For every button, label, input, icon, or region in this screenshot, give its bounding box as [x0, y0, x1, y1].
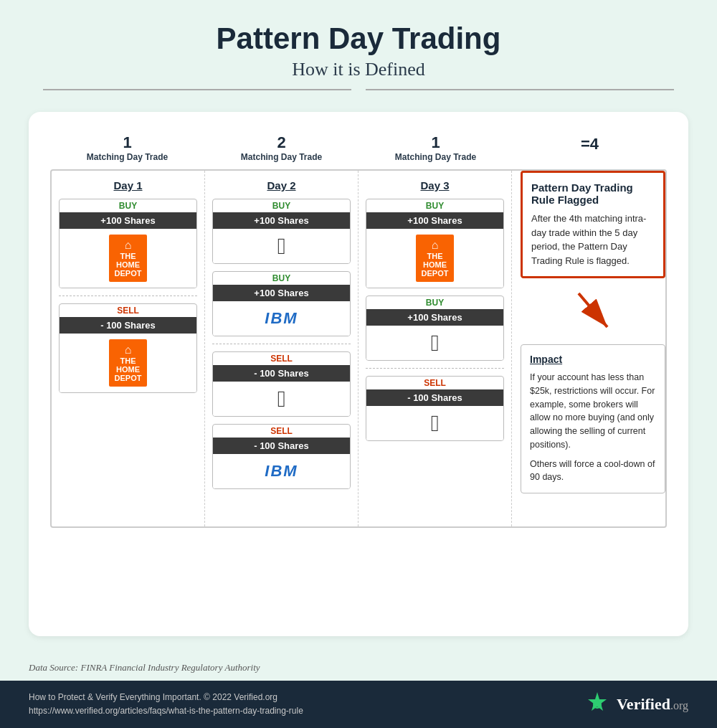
col4-header: =4 — [513, 133, 667, 162]
flagged-title: Pattern Day Trading Rule Flagged — [531, 181, 655, 206]
day2-buy-apple: BUY +100 Shares  — [212, 199, 351, 264]
day1-sell-homedepot: SELL - 100 Shares THEHOMEDEPOT — [59, 303, 197, 393]
ibm-logo-2: IBM — [265, 462, 298, 481]
columns-header: 1 Matching Day Trade 2 Matching Day Trad… — [50, 133, 667, 162]
day2-sell-ibm: SELL - 100 Shares IBM — [212, 424, 351, 489]
homedepot-logo-3: THEHOMEDEPOT — [416, 235, 455, 282]
impact-title: Impact — [530, 354, 656, 365]
day2-column: Day 2 BUY +100 Shares  BUY +100 Shares … — [205, 171, 358, 526]
day1-buy-homedepot: BUY +100 Shares THEHOMEDEPOT — [59, 199, 197, 288]
svg-text:✦: ✦ — [593, 699, 602, 710]
svg-line-1 — [579, 293, 607, 327]
footer-logo: ✦ Verified .org — [584, 691, 688, 718]
footer-text: How to Protect & Verify Everything Impor… — [29, 691, 303, 718]
ibm-logo: IBM — [265, 309, 298, 328]
impact-body2: Others will force a cool-down of 90 days… — [530, 458, 656, 485]
col2-header: 2 Matching Day Trade — [204, 133, 358, 162]
flagged-body: After the 4th matching intra-day trade w… — [531, 212, 655, 268]
homedepot-logo-2: THEHOMEDEPOT — [109, 339, 148, 387]
main-card: 1 Matching Day Trade 2 Matching Day Trad… — [29, 112, 688, 636]
sub-title: How it is Defined — [14, 59, 703, 80]
apple-logo-3:  — [431, 331, 440, 354]
col3-header: 1 Matching Day Trade — [358, 133, 513, 162]
apple-logo:  — [277, 235, 286, 257]
homedepot-logo: THEHOMEDEPOT — [109, 235, 148, 282]
source-citation: Data Source: FINRA Financial Industry Re… — [29, 662, 688, 673]
info-column: Pattern Day Trading Rule Flagged After t… — [512, 171, 665, 526]
red-arrow-icon — [571, 290, 614, 333]
day3-column: Day 3 BUY +100 Shares THEHOMEDEPOT BUY +… — [358, 171, 512, 526]
verified-logo-icon: ✦ — [584, 691, 611, 718]
apple-logo-2:  — [277, 387, 286, 410]
day3-buy-homedepot: BUY +100 Shares THEHOMEDEPOT — [366, 199, 504, 288]
footer: How to Protect & Verify Everything Impor… — [0, 681, 717, 728]
day2-buy-ibm: BUY +100 Shares IBM — [212, 271, 351, 336]
content-grid: Day 1 BUY +100 Shares THEHOMEDEPOT SELL … — [50, 169, 667, 528]
main-title: Pattern Day Trading — [14, 22, 703, 56]
day1-column: Day 1 BUY +100 Shares THEHOMEDEPOT SELL … — [52, 171, 205, 526]
page-header: Pattern Day Trading How it is Defined — [0, 0, 717, 98]
day3-buy-apple: BUY +100 Shares  — [366, 296, 504, 361]
impact-body1: If your account has less than $25k, rest… — [530, 371, 656, 452]
flagged-box: Pattern Day Trading Rule Flagged After t… — [521, 171, 665, 278]
day2-sell-apple: SELL - 100 Shares  — [212, 351, 351, 417]
col1-header: 1 Matching Day Trade — [50, 133, 204, 162]
impact-box: Impact If your account has less than $25… — [521, 344, 665, 493]
apple-logo-4:  — [431, 412, 440, 435]
verified-text: Verified .org — [617, 695, 688, 714]
day3-sell-apple: SELL - 100 Shares  — [366, 376, 504, 441]
red-arrow-container — [521, 290, 665, 336]
